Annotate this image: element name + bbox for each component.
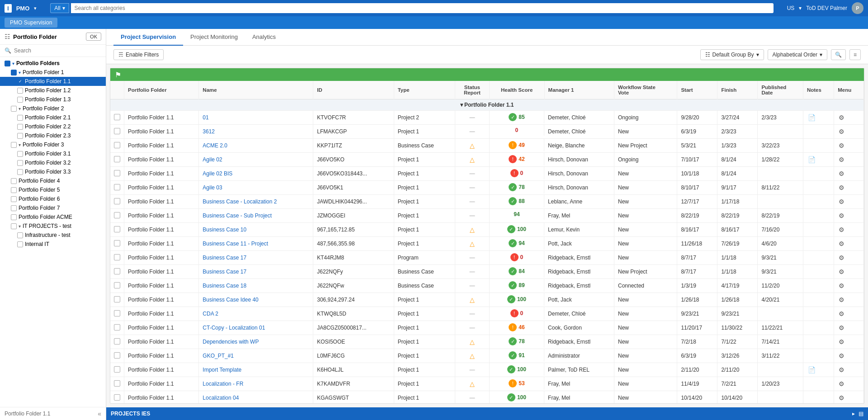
- col-published-date[interactable]: PublishedDate: [758, 81, 803, 99]
- row-settings-button[interactable]: ⚙: [838, 239, 845, 248]
- col-id[interactable]: ID: [313, 81, 394, 99]
- row-menu[interactable]: ⚙: [834, 125, 864, 139]
- checkbox[interactable]: [11, 214, 17, 220]
- row-checkbox-cell[interactable]: [110, 307, 124, 321]
- row-menu[interactable]: ⚙: [834, 167, 864, 181]
- tab-analytics[interactable]: Analytics: [245, 29, 283, 46]
- tab-project-monitoring[interactable]: Project Monitoring: [183, 29, 245, 46]
- col-portfolio-folder[interactable]: Portfolio Folder: [124, 81, 199, 99]
- checkbox-filled[interactable]: ✓: [17, 79, 23, 85]
- sidebar-item-portfolio-folder-3-1[interactable]: Portfolio Folder 3.1: [0, 149, 106, 158]
- sidebar-item-infrastructure-test[interactable]: Infrastructure - test: [0, 231, 106, 240]
- row-checkbox-cell[interactable]: [110, 237, 124, 251]
- row-settings-button[interactable]: ⚙: [838, 351, 845, 360]
- col-status-report[interactable]: StatusReport: [455, 81, 490, 99]
- col-manager[interactable]: Manager 1: [544, 81, 614, 99]
- row-settings-button[interactable]: ⚙: [838, 225, 845, 234]
- row-settings-button[interactable]: ⚙: [838, 393, 845, 402]
- sidebar-item-portfolio-folder-acme[interactable]: Portfolio Folder ACME: [0, 212, 106, 222]
- row-menu[interactable]: ⚙: [834, 265, 864, 279]
- checkbox[interactable]: [17, 115, 23, 121]
- row-menu[interactable]: ⚙: [834, 293, 864, 307]
- row-menu[interactable]: ⚙: [834, 139, 864, 153]
- row-menu[interactable]: ⚙: [834, 195, 864, 209]
- row-settings-button[interactable]: ⚙: [838, 183, 845, 192]
- sidebar-item-portfolio-folder-1-3[interactable]: Portfolio Folder 1.3: [0, 95, 106, 104]
- row-settings-button[interactable]: ⚙: [838, 155, 845, 164]
- row-checkbox[interactable]: [114, 282, 120, 288]
- checkbox[interactable]: [17, 232, 23, 238]
- row-checkbox[interactable]: [114, 296, 120, 302]
- checkbox[interactable]: [5, 61, 10, 66]
- row-settings-button[interactable]: ⚙: [838, 337, 845, 346]
- row-name[interactable]: Import Template: [199, 363, 313, 377]
- row-checkbox[interactable]: [114, 352, 120, 359]
- sidebar-item-portfolio-folder-2-2[interactable]: Portfolio Folder 2.2: [0, 122, 106, 131]
- row-checkbox-cell[interactable]: [110, 139, 124, 153]
- sidebar-item-internal-it[interactable]: Internal IT: [0, 240, 106, 249]
- row-checkbox[interactable]: [114, 128, 120, 134]
- row-name[interactable]: CDA 2: [199, 307, 313, 321]
- row-checkbox-cell[interactable]: [110, 349, 124, 363]
- row-settings-button[interactable]: ⚙: [838, 379, 845, 388]
- bar-chart-icon[interactable]: ▤: [859, 411, 863, 417]
- row-name[interactable]: Business Case 18: [199, 279, 313, 293]
- row-checkbox[interactable]: [114, 184, 120, 190]
- row-checkbox-cell[interactable]: [110, 223, 124, 237]
- row-checkbox-cell[interactable]: [110, 265, 124, 279]
- row-name[interactable]: Business Case 17: [199, 265, 313, 279]
- chart-icon[interactable]: ▸: [852, 411, 855, 417]
- row-name[interactable]: Business Case Idee 40: [199, 293, 313, 307]
- sidebar-item-portfolio-folder-1-1[interactable]: ✓ Portfolio Folder 1.1: [0, 77, 106, 86]
- order-button[interactable]: Alphabetical Order ▾: [768, 49, 827, 60]
- checkbox[interactable]: [17, 169, 23, 175]
- checkbox[interactable]: [11, 196, 17, 202]
- row-checkbox-cell[interactable]: [110, 293, 124, 307]
- row-checkbox-cell[interactable]: [110, 321, 124, 335]
- row-checkbox[interactable]: [114, 254, 120, 260]
- row-checkbox-cell[interactable]: [110, 167, 124, 181]
- row-checkbox-cell[interactable]: [110, 195, 124, 209]
- checkbox[interactable]: [17, 97, 23, 103]
- checkbox[interactable]: [11, 178, 17, 184]
- row-name[interactable]: ACME 2.0: [199, 139, 313, 153]
- sidebar-item-portfolio-folder-2-1[interactable]: Portfolio Folder 2.1: [0, 113, 106, 122]
- row-name[interactable]: CT-Copy - Localization 01: [199, 321, 313, 335]
- checkbox[interactable]: [17, 124, 23, 130]
- notes-button[interactable]: 📄: [807, 155, 816, 164]
- row-checkbox-cell[interactable]: [110, 209, 124, 223]
- row-checkbox[interactable]: [114, 198, 120, 204]
- row-settings-button[interactable]: ⚙: [838, 127, 845, 136]
- checkbox[interactable]: [11, 142, 17, 148]
- checkbox[interactable]: [17, 133, 23, 139]
- avatar[interactable]: P: [852, 2, 863, 14]
- row-checkbox[interactable]: [114, 142, 120, 148]
- chevron-down-icon[interactable]: ▾: [34, 5, 37, 11]
- search-category-dropdown[interactable]: All ▾: [50, 3, 69, 13]
- row-settings-button[interactable]: ⚙: [838, 141, 845, 150]
- col-finish[interactable]: Finish: [717, 81, 758, 99]
- row-menu[interactable]: ⚙: [834, 237, 864, 251]
- row-checkbox[interactable]: [114, 212, 120, 218]
- tab-project-supervision[interactable]: Project Supervision: [113, 29, 183, 46]
- user-name[interactable]: ToD DEV Palmer: [806, 5, 847, 11]
- row-name[interactable]: Localization 04: [199, 391, 313, 404]
- checkbox[interactable]: [11, 106, 17, 112]
- checkbox[interactable]: [17, 241, 23, 247]
- sidebar-item-portfolio-folder-3-3[interactable]: Portfolio Folder 3.3: [0, 167, 106, 176]
- sidebar-item-portfolio-folder-4[interactable]: Portfolio Folder 4: [0, 176, 106, 185]
- row-menu[interactable]: ⚙: [834, 251, 864, 265]
- row-settings-button[interactable]: ⚙: [838, 169, 845, 178]
- enable-filters-button[interactable]: ☴ Enable Filters: [113, 49, 164, 60]
- row-menu[interactable]: ⚙: [834, 377, 864, 391]
- sidebar-item-portfolio-folder-3[interactable]: ▾ Portfolio Folder 3: [0, 140, 106, 149]
- row-name[interactable]: Business Case 17: [199, 251, 313, 265]
- row-name[interactable]: Agile 02 BIS: [199, 167, 313, 181]
- row-menu[interactable]: ⚙: [834, 223, 864, 237]
- sub-nav-pmo-supervision[interactable]: PMO Supervision: [5, 18, 57, 28]
- checkbox[interactable]: [17, 88, 23, 94]
- sidebar-collapse-button[interactable]: «: [98, 410, 101, 417]
- sidebar-item-portfolio-folder-6[interactable]: Portfolio Folder 6: [0, 194, 106, 203]
- checkbox[interactable]: [11, 70, 17, 76]
- row-checkbox-cell[interactable]: [110, 125, 124, 139]
